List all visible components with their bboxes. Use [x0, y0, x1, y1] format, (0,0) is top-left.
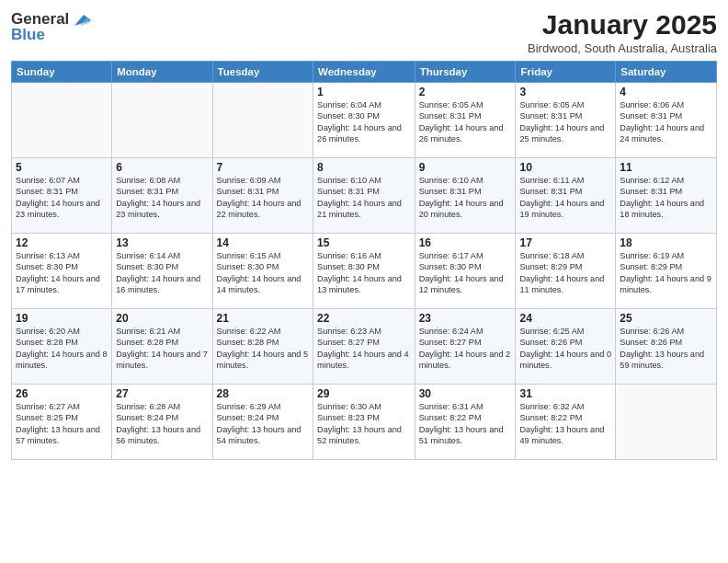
sub-title: Birdwood, South Australia, Australia — [528, 41, 717, 55]
day-number: 21 — [217, 312, 309, 325]
day-info: Sunrise: 6:26 AM Sunset: 8:26 PM Dayligh… — [620, 326, 712, 372]
calendar-cell: 16Sunrise: 6:17 AM Sunset: 8:30 PM Dayli… — [415, 234, 516, 309]
day-number: 3 — [519, 86, 611, 98]
day-number: 31 — [519, 387, 611, 400]
calendar-cell: 1Sunrise: 6:04 AM Sunset: 8:30 PM Daylig… — [313, 83, 415, 158]
title-block: January 2025 Birdwood, South Australia, … — [528, 9, 717, 55]
day-number: 11 — [620, 161, 712, 174]
day-number: 16 — [419, 236, 512, 249]
day-info: Sunrise: 6:32 AM Sunset: 8:22 PM Dayligh… — [519, 401, 611, 447]
day-info: Sunrise: 6:20 AM Sunset: 8:28 PM Dayligh… — [16, 326, 108, 372]
calendar-cell: 19Sunrise: 6:20 AM Sunset: 8:28 PM Dayli… — [12, 309, 112, 385]
day-info: Sunrise: 6:05 AM Sunset: 8:31 PM Dayligh… — [519, 99, 611, 145]
calendar-cell: 9Sunrise: 6:10 AM Sunset: 8:31 PM Daylig… — [415, 158, 516, 234]
main-title: January 2025 — [528, 9, 717, 40]
calendar-cell: 26Sunrise: 6:27 AM Sunset: 8:25 PM Dayli… — [12, 385, 112, 460]
day-number: 27 — [116, 387, 208, 400]
calendar-week-5: 26Sunrise: 6:27 AM Sunset: 8:25 PM Dayli… — [12, 385, 717, 460]
calendar-cell — [12, 83, 112, 158]
day-number: 24 — [519, 312, 611, 325]
logo: General Blue — [11, 9, 91, 44]
calendar-cell: 4Sunrise: 6:06 AM Sunset: 8:31 PM Daylig… — [616, 83, 717, 158]
calendar-cell: 23Sunrise: 6:24 AM Sunset: 8:27 PM Dayli… — [415, 309, 516, 385]
day-info: Sunrise: 6:08 AM Sunset: 8:31 PM Dayligh… — [116, 175, 208, 221]
header: General Blue January 2025 Birdwood, Sout… — [11, 9, 717, 55]
day-number: 8 — [317, 161, 411, 174]
day-info: Sunrise: 6:18 AM Sunset: 8:29 PM Dayligh… — [519, 250, 611, 296]
calendar-week-2: 5Sunrise: 6:07 AM Sunset: 8:31 PM Daylig… — [12, 158, 717, 234]
day-number: 15 — [317, 236, 411, 249]
day-info: Sunrise: 6:24 AM Sunset: 8:27 PM Dayligh… — [419, 326, 512, 372]
day-info: Sunrise: 6:23 AM Sunset: 8:27 PM Dayligh… — [317, 326, 411, 372]
day-number: 17 — [519, 236, 611, 249]
day-info: Sunrise: 6:30 AM Sunset: 8:23 PM Dayligh… — [317, 401, 411, 447]
weekday-header-sunday: Sunday — [12, 62, 112, 83]
calendar-cell: 25Sunrise: 6:26 AM Sunset: 8:26 PM Dayli… — [616, 309, 717, 385]
calendar-cell: 21Sunrise: 6:22 AM Sunset: 8:28 PM Dayli… — [212, 309, 313, 385]
calendar-cell: 5Sunrise: 6:07 AM Sunset: 8:31 PM Daylig… — [12, 158, 112, 234]
calendar-cell: 2Sunrise: 6:05 AM Sunset: 8:31 PM Daylig… — [415, 83, 516, 158]
calendar-cell: 28Sunrise: 6:29 AM Sunset: 8:24 PM Dayli… — [212, 385, 313, 460]
day-number: 28 — [217, 387, 309, 400]
day-info: Sunrise: 6:22 AM Sunset: 8:28 PM Dayligh… — [217, 326, 309, 372]
calendar-week-1: 1Sunrise: 6:04 AM Sunset: 8:30 PM Daylig… — [12, 83, 717, 158]
calendar-cell — [212, 83, 313, 158]
day-number: 6 — [116, 161, 208, 174]
day-number: 5 — [16, 161, 108, 174]
day-number: 4 — [620, 86, 712, 98]
calendar-cell: 12Sunrise: 6:13 AM Sunset: 8:30 PM Dayli… — [12, 234, 112, 309]
day-number: 20 — [116, 312, 208, 325]
calendar-cell: 27Sunrise: 6:28 AM Sunset: 8:24 PM Dayli… — [112, 385, 212, 460]
calendar-cell: 30Sunrise: 6:31 AM Sunset: 8:22 PM Dayli… — [415, 385, 516, 460]
day-info: Sunrise: 6:13 AM Sunset: 8:30 PM Dayligh… — [16, 250, 108, 296]
calendar-cell: 31Sunrise: 6:32 AM Sunset: 8:22 PM Dayli… — [516, 385, 616, 460]
day-info: Sunrise: 6:29 AM Sunset: 8:24 PM Dayligh… — [217, 401, 309, 447]
calendar-cell — [616, 385, 717, 460]
day-info: Sunrise: 6:25 AM Sunset: 8:26 PM Dayligh… — [519, 326, 611, 372]
calendar-week-3: 12Sunrise: 6:13 AM Sunset: 8:30 PM Dayli… — [12, 234, 717, 309]
calendar-cell: 13Sunrise: 6:14 AM Sunset: 8:30 PM Dayli… — [112, 234, 212, 309]
day-number: 9 — [419, 161, 512, 174]
calendar-cell: 17Sunrise: 6:18 AM Sunset: 8:29 PM Dayli… — [516, 234, 616, 309]
day-number: 25 — [620, 312, 712, 325]
day-number: 2 — [419, 86, 512, 98]
calendar-cell: 14Sunrise: 6:15 AM Sunset: 8:30 PM Dayli… — [212, 234, 313, 309]
calendar-cell: 20Sunrise: 6:21 AM Sunset: 8:28 PM Dayli… — [112, 309, 212, 385]
day-info: Sunrise: 6:04 AM Sunset: 8:30 PM Dayligh… — [317, 99, 411, 145]
calendar-week-4: 19Sunrise: 6:20 AM Sunset: 8:28 PM Dayli… — [12, 309, 717, 385]
calendar-cell — [112, 83, 212, 158]
day-number: 7 — [217, 161, 309, 174]
day-info: Sunrise: 6:21 AM Sunset: 8:28 PM Dayligh… — [116, 326, 208, 372]
calendar-cell: 10Sunrise: 6:11 AM Sunset: 8:31 PM Dayli… — [516, 158, 616, 234]
weekday-header-wednesday: Wednesday — [313, 62, 415, 83]
day-info: Sunrise: 6:15 AM Sunset: 8:30 PM Dayligh… — [217, 250, 309, 296]
day-info: Sunrise: 6:27 AM Sunset: 8:25 PM Dayligh… — [16, 401, 108, 447]
day-number: 22 — [317, 312, 411, 325]
weekday-header-thursday: Thursday — [415, 62, 516, 83]
calendar-cell: 29Sunrise: 6:30 AM Sunset: 8:23 PM Dayli… — [313, 385, 415, 460]
weekday-header-saturday: Saturday — [616, 62, 717, 83]
day-info: Sunrise: 6:17 AM Sunset: 8:30 PM Dayligh… — [419, 250, 512, 296]
day-number: 10 — [519, 161, 611, 174]
day-info: Sunrise: 6:05 AM Sunset: 8:31 PM Dayligh… — [419, 99, 512, 145]
calendar-cell: 11Sunrise: 6:12 AM Sunset: 8:31 PM Dayli… — [616, 158, 717, 234]
day-info: Sunrise: 6:16 AM Sunset: 8:30 PM Dayligh… — [317, 250, 411, 296]
logo-blue: Blue — [11, 26, 45, 44]
calendar-cell: 3Sunrise: 6:05 AM Sunset: 8:31 PM Daylig… — [516, 83, 616, 158]
day-info: Sunrise: 6:14 AM Sunset: 8:30 PM Dayligh… — [116, 250, 208, 296]
day-number: 26 — [16, 387, 108, 400]
day-info: Sunrise: 6:07 AM Sunset: 8:31 PM Dayligh… — [16, 175, 108, 221]
day-number: 13 — [116, 236, 208, 249]
day-number: 29 — [317, 387, 411, 400]
weekday-header-row: SundayMondayTuesdayWednesdayThursdayFrid… — [12, 62, 717, 83]
weekday-header-friday: Friday — [516, 62, 616, 83]
day-info: Sunrise: 6:11 AM Sunset: 8:31 PM Dayligh… — [519, 175, 611, 221]
day-number: 30 — [419, 387, 512, 400]
day-number: 1 — [317, 86, 411, 98]
day-info: Sunrise: 6:28 AM Sunset: 8:24 PM Dayligh… — [116, 401, 208, 447]
day-number: 12 — [16, 236, 108, 249]
calendar-cell: 8Sunrise: 6:10 AM Sunset: 8:31 PM Daylig… — [313, 158, 415, 234]
day-number: 19 — [16, 312, 108, 325]
day-number: 14 — [217, 236, 309, 249]
day-number: 23 — [419, 312, 512, 325]
